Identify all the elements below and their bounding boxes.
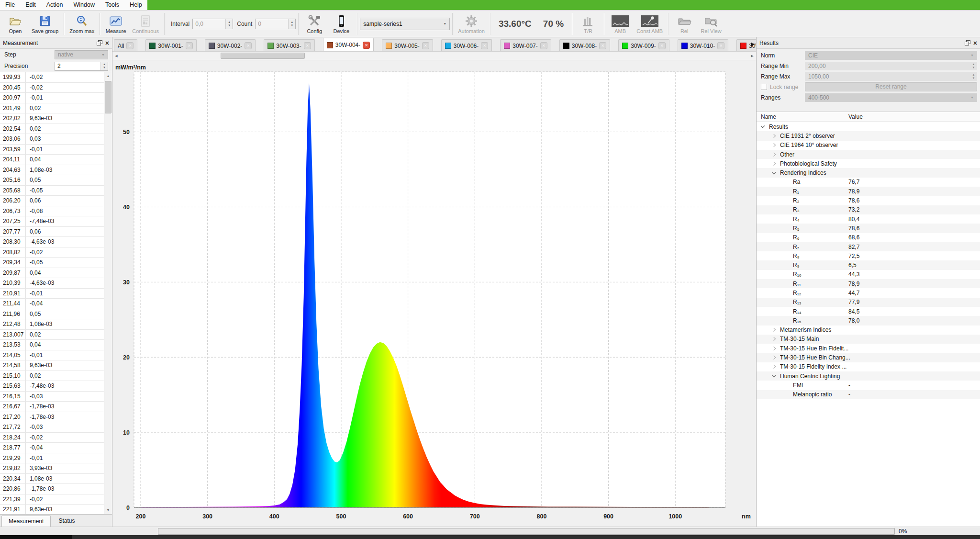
continuous-button[interactable]: Continuous [129, 11, 162, 37]
measurement-tab[interactable]: 30W-007- × [500, 39, 551, 52]
panel-bottom-tab[interactable]: Measurement [1, 516, 51, 527]
menu-item[interactable]: Window [68, 0, 100, 10]
tree-row[interactable]: Metamerism Indices [757, 326, 980, 335]
measurement-row[interactable]: 218,24 -0,02 [0, 433, 104, 443]
measurement-row[interactable]: 220,34 1,08e-03 [0, 474, 104, 484]
tree-row[interactable]: TM-30-15 Hue Bin Chang... [757, 353, 980, 362]
lock-range-checkbox-group[interactable]: Lock range [761, 84, 805, 90]
measurement-row[interactable]: 200,97 -0,01 [0, 93, 104, 103]
tree-row[interactable]: Human Centric Lighting [757, 371, 980, 381]
tree-expand-icon[interactable] [772, 356, 776, 359]
tree-expand-icon[interactable] [772, 328, 776, 332]
measurement-row[interactable]: 216,67 -1,78e-03 [0, 402, 104, 412]
scroll-down-button[interactable]: ▼ [104, 506, 112, 514]
tree-expand-icon[interactable] [772, 134, 776, 138]
measurement-row[interactable]: 210,39 -4,63e-03 [0, 278, 104, 289]
name-column-header[interactable]: Name [761, 113, 776, 120]
plot-horizontal-scrollbar[interactable]: ◀ ▶ [112, 52, 756, 60]
zoom-max-button[interactable]: Zoom max [67, 11, 97, 37]
tab-scroll-right-icon[interactable] [751, 42, 754, 47]
measurement-row[interactable]: 210,91 -0,01 [0, 289, 104, 299]
float-panel-button[interactable] [965, 42, 969, 45]
tree-row[interactable]: R₇ 82,7 [757, 242, 980, 251]
measurement-row[interactable]: 218,77 -0,04 [0, 443, 104, 453]
tree-row[interactable]: R₁ 78,9 [757, 187, 980, 196]
tree-row[interactable]: TM-30-15 Fidelity Index ... [757, 362, 980, 371]
relative-view-button[interactable]: Rel View [698, 11, 724, 37]
spectrum-chart[interactable]: 010203040502003004005006007008009001000n… [112, 60, 756, 527]
measurement-row[interactable]: 209,34 -0,05 [0, 258, 104, 268]
close-panel-button[interactable]: × [105, 40, 109, 46]
tree-row[interactable]: Ra 76,7 [757, 178, 980, 187]
tree-expand-icon[interactable] [772, 373, 776, 377]
series-select[interactable]: sample-series1 ▼ [360, 18, 450, 30]
menu-item[interactable]: Tools [100, 0, 124, 10]
tree-expand-icon[interactable] [772, 365, 776, 369]
scroll-up-button[interactable]: ▲ [104, 72, 112, 80]
menu-item[interactable]: Edit [20, 0, 41, 10]
tree-expand-icon[interactable] [772, 347, 776, 350]
tab-close-button[interactable]: × [481, 42, 488, 49]
measurement-row[interactable]: 216,15 -0,03 [0, 392, 104, 402]
measurement-row[interactable]: 204,63 1,08e-03 [0, 165, 104, 176]
measurement-row[interactable]: 214,05 -0,01 [0, 350, 104, 361]
tree-row[interactable]: R₁₁ 78,9 [757, 279, 980, 288]
count-input[interactable]: 0 ▲▼ [255, 19, 296, 29]
tree-row[interactable]: R₃ 73,2 [757, 205, 980, 214]
scroll-left-button[interactable]: ◀ [112, 52, 120, 60]
spin-down-icon[interactable]: ▼ [970, 77, 977, 80]
measurement-row[interactable]: 205,16 0,05 [0, 175, 104, 186]
float-panel-button[interactable] [97, 42, 101, 45]
spin-down-icon[interactable]: ▼ [226, 24, 233, 27]
norm-select[interactable]: CIE ▼ [805, 51, 977, 60]
measurement-row[interactable]: 217,72 -0,03 [0, 422, 104, 433]
tree-row[interactable]: R₁₄ 84,5 [757, 307, 980, 316]
measure-button[interactable]: Measure [102, 11, 129, 37]
scrollbar-thumb[interactable] [105, 81, 111, 113]
tree-row[interactable]: Results [757, 122, 980, 131]
tree-row[interactable]: R₈ 72,5 [757, 251, 980, 260]
measurement-row[interactable]: 221,39 -0,02 [0, 494, 104, 505]
tree-row[interactable]: Photobiological Safety [757, 159, 980, 168]
value-column-header[interactable]: Value [848, 112, 863, 122]
measurement-tab[interactable]: 30W-008- × [559, 39, 610, 52]
open-button[interactable]: Open [2, 11, 29, 37]
tree-row[interactable]: R₁₃ 77,9 [757, 298, 980, 307]
measurement-row[interactable]: 206,73 -0,08 [0, 206, 104, 217]
tree-expand-icon[interactable] [772, 162, 776, 166]
tab-close-button[interactable]: × [658, 42, 666, 49]
measurement-row[interactable]: 208,82 -0,02 [0, 247, 104, 258]
transmission-reflection-button[interactable]: T/R [575, 11, 601, 37]
measurement-tab[interactable]: 30W-004- × [323, 38, 374, 52]
measurement-row[interactable]: 202,02 9,63e-03 [0, 113, 104, 124]
measurement-tab[interactable]: 30W-010- × [678, 39, 728, 52]
measurement-row[interactable]: 208,30 -4,63e-03 [0, 237, 104, 247]
measurement-row[interactable]: 199,93 -0,02 [0, 72, 104, 83]
automation-button[interactable]: Automation [455, 11, 488, 37]
measurement-row[interactable]: 209,87 0,04 [0, 268, 104, 279]
relative-button[interactable]: Rel [671, 11, 698, 37]
constant-ambient-button[interactable]: Const AMB [634, 11, 666, 37]
measurement-row[interactable]: 207,77 0,06 [0, 227, 104, 237]
tree-row[interactable]: R₂ 78,6 [757, 196, 980, 205]
measurement-row[interactable]: 201,49 0,02 [0, 103, 104, 114]
measurement-row[interactable]: 207,25 -7,48e-03 [0, 216, 104, 227]
measurement-row[interactable]: 215,10 0,02 [0, 371, 104, 382]
menu-item[interactable]: File [0, 0, 20, 10]
measurement-row[interactable]: 203,06 0,03 [0, 134, 104, 145]
tree-expand-icon[interactable] [772, 152, 776, 156]
tab-close-button[interactable]: × [599, 42, 606, 49]
measurement-row[interactable]: 212,48 1,08e-03 [0, 319, 104, 330]
tab-close-button[interactable]: × [126, 42, 134, 49]
measurement-row[interactable]: 213,007 0,02 [0, 330, 104, 340]
measurement-row[interactable]: 204,11 0,04 [0, 155, 104, 165]
scrollbar-track[interactable] [120, 52, 748, 60]
tree-expand-icon[interactable] [761, 124, 765, 128]
spin-down-icon[interactable]: ▼ [101, 66, 108, 69]
tree-row[interactable]: Rendering Indices [757, 168, 980, 177]
measurement-tab[interactable]: 30W-001- × [145, 39, 196, 52]
spin-up-icon[interactable]: ▲ [226, 21, 233, 24]
tree-row[interactable]: Other [757, 150, 980, 159]
measurement-tab[interactable]: 30W-005- × [382, 39, 433, 52]
tree-expand-icon[interactable] [772, 337, 776, 341]
